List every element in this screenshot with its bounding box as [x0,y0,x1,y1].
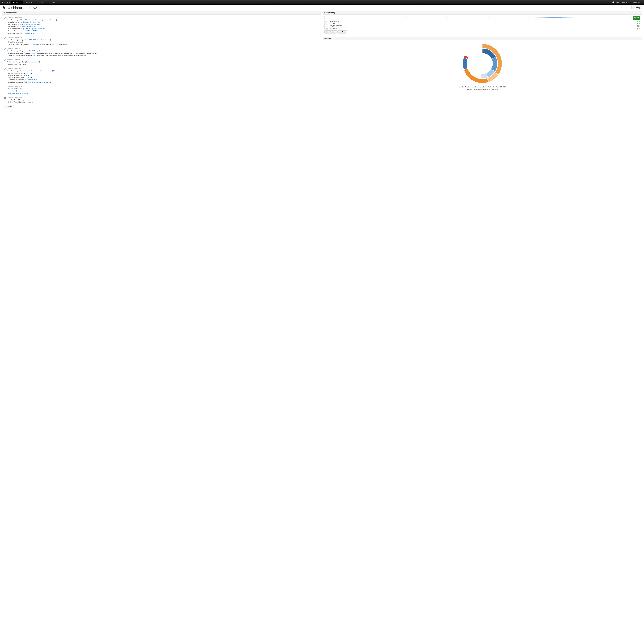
notification-detail: The space vehicle will consist of 1) the… [8,43,320,45]
notification-detail-link[interactable]: SRD.2.0 Applicable Documents [25,28,45,29]
notification-item: 06/18/2014 at 12:25 pmJohn Doe shared wi… [4,85,320,96]
notification-detail: Added decomposed by Perform Contingency … [8,81,320,83]
menu-button[interactable]: ≡ MENU [1,1,11,4]
metric-label: Decomposition [329,21,634,22]
notification-actor-link[interactable]: John Doe [7,70,13,72]
notification-head: John Doe changed Action (RM.1 FireSAT De… [7,70,320,72]
chevron-down-icon [9,2,10,3]
metric-value: 100% [634,26,640,28]
notification-detail: Removed referenced by SRD.5.0 Notes [8,32,320,34]
page-title-text: Dashboard: FireSAT [7,6,39,10]
notification-time: 06/18/2014 at 12:37 pm [7,37,320,39]
delete-icon [4,97,6,99]
recent-notifications-panel: Recent Notifications 06/18/2014 at 12:38… [2,11,321,109]
topnav: ≡ MENU Dashboard Database Requirements S… [0,0,644,5]
notification-detail-link[interactable]: SRD.2.0 Applicable Documents [20,21,40,23]
notification-detail: jane.doe@specinnovations.com [8,92,320,94]
notification-target-link[interactable]: Commissioning Cost [26,61,39,63]
notification-detail-link[interactable]: jane.doe@specinnovations.com [8,92,29,94]
notification-head: John Doe changed Artifact (SRD FireSAT S… [7,19,320,21]
page-title: Dashboard: FireSAT [2,6,631,10]
notification-target-link[interactable]: SRD.3.1.1 Prime Item Definition [29,39,50,41]
recent-notifications-title: Recent Notifications [2,11,321,15]
notification-detail-link[interactable]: Perform Contingency Ops or Normal Ops [24,81,51,83]
notification-head: John Doe shared with: [7,88,320,90]
notification-item: 06/18/2014 at 12:33 pmRichard Roe change… [4,58,320,67]
notification-detail-link[interactable]: SRD.3.4 Design and Construction [20,23,42,25]
user-menu[interactable]: John Doe [631,1,643,4]
maturity-metric-row: Action Performance100% [324,24,640,26]
svg-point-4 [487,18,490,18]
maturity-metric-row: Decomposition100% [324,21,640,22]
notification-actor-link[interactable]: Jane Doe [7,99,13,101]
notification-body: 06/18/2014 at 12:33 pmRichard Roe change… [7,59,320,65]
stats-users-count: 3 users [473,88,478,90]
nav-search[interactable]: Search [48,1,57,4]
nav-database[interactable]: Database [23,1,34,4]
model-maturity-panel: Model Maturity 90% Decomposition100%Trac… [323,11,642,35]
user-label: John Doe [633,1,640,3]
notification-body: 06/18/2014 at 12:24 pmJane Doe deleted 1… [7,97,320,103]
run-now-button[interactable]: Run Now [337,30,347,33]
notification-item: 06/18/2014 at 12:33 pmJohn Doe changed A… [4,67,320,85]
statistics-donut-chart [462,43,503,84]
notification-target-link[interactable]: RM.1 FireSAT Design Reference Mission (D… [25,70,57,72]
show-more-button[interactable]: Show More [4,105,14,108]
nav-dashboard[interactable]: Dashboard [11,1,23,4]
notification-target-link[interactable]: NGO.6 Design Life [29,50,42,52]
notification-body: 06/18/2014 at 12:34 pmJohn Doe changed R… [7,48,320,57]
share-button[interactable]: 💬 Share [611,1,621,4]
notification-detail-link[interactable]: richard.roe@specinnovations.com [8,90,31,92]
metric-label: Tracebility [329,23,634,24]
notification-target-link[interactable]: SRD FireSAT System Requirements Document [25,19,56,21]
stats-entities-suffix: have been created since Wednesday, June … [472,86,506,88]
notification-time: 06/18/2014 at 12:25 pm [7,86,320,88]
notification-time: 06/18/2014 at 12:38 pm [7,17,320,19]
pencil-icon [4,59,6,61]
notification-actor-link[interactable]: John Doe [7,88,13,89]
notification-detail: Removed referenced by SRD.1.0 FireSAT Sc… [8,30,320,32]
settings-button[interactable]: Settings [631,6,642,9]
metric-value: 100% [634,23,640,24]
page-header: Dashboard: FireSAT Settings [0,5,644,11]
pencil-icon [4,68,6,70]
pencil-icon [4,37,6,39]
notification-head: John Doe changed Requirement (SRD.3.1.1 … [7,39,320,41]
notification-verb: shared with: [14,88,22,89]
chevron-down-icon [629,2,630,3]
project-picker[interactable]: FireSAT [621,1,632,4]
notification-detail-link[interactable]: RM.1.7 Normal Ops [24,79,37,81]
notification-detail-link[interactable]: SRD.1.0 FireSAT Scope [25,30,41,32]
stats-users-suffix: are collaborating on this project. [478,88,498,90]
notification-detail-link[interactable]: SRD.5.0 Notes [25,32,35,34]
notification-verb: changed Cost ( [16,61,26,63]
svg-point-8 [630,17,632,17]
notification-detail: Added source of SRD.1.0 FireSAT Scope [8,25,320,28]
notification-actor-link[interactable]: John Doe [7,19,13,21]
notification-verb: changed Artifact ( [14,19,25,21]
notification-detail-link[interactable]: SRD.1.0 FireSAT Scope [20,26,36,27]
nav-requirements[interactable]: Requirements [34,1,48,4]
maturity-metric-row: Input/Outputs100% [324,26,640,28]
notification-time: 06/18/2014 at 12:33 pm [7,59,320,61]
notification-detail: Added source of SRD.2.0 Applicable Docum… [8,21,320,23]
show-results-button[interactable]: Show Results [324,30,337,33]
hamburger-icon: ≡ [2,1,3,3]
notification-actor-link[interactable]: Richard Roe [7,61,15,63]
notification-actor-link[interactable]: John Doe [7,39,13,41]
metric-sparkline [324,21,328,22]
stats-users-prefix: A total of [467,88,473,90]
svg-point-2 [405,18,408,18]
notification-detail: Description changed to: The space vehicl… [8,52,320,54]
share-icon [4,86,6,88]
statistics-caption: A total of 47 entities have been created… [324,85,640,91]
notification-detail: Start changed to: 06/18/2014 04:00 [8,77,320,79]
notification-head: John Doe changed Requirement (NGO.6 Desi… [7,50,320,52]
metric-value: 100% [634,24,640,26]
notification-actor-link[interactable]: John Doe [7,50,13,52]
svg-point-3 [446,18,449,18]
notification-detail: Added decomposed by RM.1.7 Normal Ops [8,79,320,81]
maturity-overall-pct: 90% [633,16,640,20]
stats-entities-count: 47 entities [465,86,472,88]
menu-label: MENU [4,1,9,3]
